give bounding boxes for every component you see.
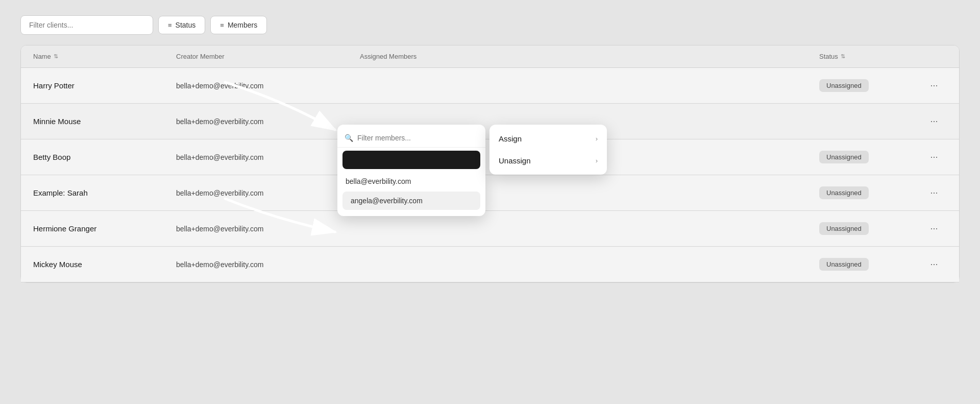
member-email: angela@everbility.com [351,197,423,205]
status-badge: Unassigned [819,151,869,163]
member-search-wrap: 🔍 [337,130,485,148]
client-name: Hermione Granger [33,224,176,233]
assigned-column-header: Assigned Members [360,53,819,60]
filter-icon: ≡ [168,21,172,29]
creator-column-header: Creator Member [176,53,360,60]
unassign-label: Unassign [499,156,531,165]
more-options-button[interactable]: ··· [926,221,942,236]
status-cell: Unassigned [819,258,921,271]
creator-email: bella+demo@everbility.com [176,260,360,269]
status-badge: Unassigned [819,258,869,271]
name-column-header[interactable]: Name ⇅ [33,53,176,60]
status-badge: Unassigned [819,79,869,92]
status-cell: Unassigned [819,151,921,163]
creator-email: bella+demo@everbility.com [176,82,360,90]
client-name: Example: Sarah [33,188,176,197]
filter-icon-2: ≡ [220,21,224,29]
creator-email: bella+demo@everbility.com [176,225,360,233]
creator-email: bella+demo@everbility.com [176,153,360,161]
search-icon: 🔍 [345,134,353,142]
member-email: bella@everbility.com [346,177,411,185]
table-row: Hermione Granger bella+demo@everbility.c… [21,211,959,247]
status-cell: Unassigned [819,222,921,235]
toolbar: ≡ Status ≡ Members [20,15,960,35]
sort-icon-name: ⇅ [54,53,58,60]
creator-email: bella+demo@everbility.com [176,117,360,126]
member-item[interactable]: bella@everbility.com [337,172,485,191]
status-badge: Unassigned [819,222,869,235]
status-column-header[interactable]: Status ⇅ [819,53,921,60]
client-name: Minnie Mouse [33,117,176,126]
members-filter-button[interactable]: ≡ Members [210,16,267,34]
status-btn-label: Status [176,21,196,29]
status-filter-button[interactable]: ≡ Status [158,16,205,34]
creator-email: bella+demo@everbility.com [176,189,360,197]
more-options-button[interactable]: ··· [926,78,942,93]
more-options-button[interactable]: ··· [926,114,942,129]
member-picker-panel: 🔍 bella@everbility.com angela@everbility… [337,125,485,216]
members-btn-label: Members [228,21,257,29]
table-row: Mickey Mouse bella+demo@everbility.com U… [21,247,959,282]
chevron-right-icon: › [596,135,598,142]
member-assignment-popup: 🔍 bella@everbility.com angela@everbility… [337,125,607,216]
status-cell: Unassigned [819,186,921,199]
table-header: Name ⇅ Creator Member Assigned Members S… [21,45,959,68]
filter-clients-input[interactable] [20,15,153,35]
sort-icon-status: ⇅ [841,53,845,60]
status-cell: Unassigned [819,79,921,92]
assign-menu-item[interactable]: Assign › [489,128,607,150]
client-name: Betty Boop [33,153,176,161]
member-item-highlighted[interactable]: angela@everbility.com [342,192,480,210]
context-menu: Assign › Unassign › [489,125,607,175]
member-item-selected[interactable] [342,151,480,169]
member-filter-input[interactable] [357,134,478,142]
unassign-menu-item[interactable]: Unassign › [489,150,607,172]
more-options-button[interactable]: ··· [926,257,942,272]
more-options-button[interactable]: ··· [926,185,942,200]
client-name: Mickey Mouse [33,260,176,269]
clients-table: Name ⇅ Creator Member Assigned Members S… [20,45,960,283]
client-name: Harry Potter [33,81,176,90]
more-options-button[interactable]: ··· [926,150,942,164]
status-badge: Unassigned [819,186,869,199]
assign-label: Assign [499,134,522,143]
table-row: Harry Potter bella+demo@everbility.com U… [21,68,959,104]
chevron-right-icon-2: › [596,157,598,164]
